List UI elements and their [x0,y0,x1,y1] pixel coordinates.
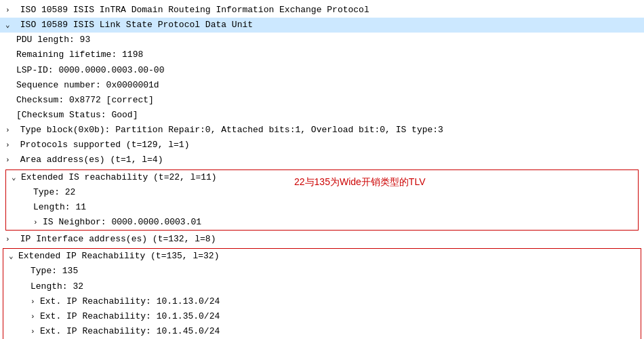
annotation-text: 22与135为Wide开销类型的TLV [294,176,425,188]
remaining-lifetime-text: Remaining lifetime: 1198 [16,49,143,60]
pdu-length-text: PDU length: 93 [16,35,90,45]
checksum-text: Checksum: 0x8772 [correct] [16,95,154,105]
isis-intra-text: ISO 10589 ISIS InTRA Domain Routeing Inf… [15,5,369,15]
ext-ip-reach-3-text: Ext. IP Reachability: 10.1.45.0/24 [40,326,220,336]
expand-icon-link-state[interactable]: ⌄ [5,20,15,31]
extended-is-neighbor: ›IS Neighbor: 0000.0000.0003.01 [6,215,638,230]
extended-ip-length: Length: 32 [3,279,641,294]
expand-icon-extended-is[interactable]: ⌄ [12,172,21,184]
packet-tree: › ISO 10589 ISIS InTRA Domain Routeing I… [0,0,644,339]
tree-item-type-block: › Type block(0x0b): Partition Repair:0, … [0,123,644,138]
tree-item-isis-link-state: ⌄ ISO 10589 ISIS Link State Protocol Dat… [0,18,644,33]
isis-link-state-text: ISO 10589 ISIS Link State Protocol Data … [15,20,253,30]
type-block-text: Type block(0x0b): Partition Repair:0, At… [15,125,443,135]
ext-ip-reach-1-text: Ext. IP Reachability: 10.1.13.0/24 [40,296,220,306]
expand-icon-reach-3[interactable]: › [31,326,40,338]
expand-icon-protocols[interactable]: › [5,140,15,151]
expand-icon-area-address[interactable]: › [5,155,15,166]
lsp-id-text: LSP-ID: 0000.0000.0003.00-00 [16,65,164,75]
expand-icon-type-block[interactable]: › [5,125,15,136]
tree-item-lsp-id: LSP-ID: 0000.0000.0003.00-00 [0,63,644,78]
extended-ip-type-text: Type: 135 [31,266,78,276]
ext-ip-reach-2: ›Ext. IP Reachability: 10.1.35.0/24 [3,309,641,324]
tree-item-checksum-status: [Checksum Status: Good] [0,108,644,123]
tree-item-area-address: › Area address(es) (t=1, l=4) [0,153,644,167]
expand-icon-reach-2[interactable]: › [31,311,40,323]
extended-ip-header-text: Extended IP Reachability (t=135, l=32) [18,251,219,261]
ext-ip-reach-1: ›Ext. IP Reachability: 10.1.13.0/24 [3,294,641,309]
tree-item-ip-interface: › IP Interface address(es) (t=132, l=8) [0,232,644,247]
extended-ip-section: ⌄Extended IP Reachability (t=135, l=32) … [3,248,641,339]
tree-item-protocols: › Protocols supported (t=129, l=1) [0,138,644,153]
ext-ip-reach-3: ›Ext. IP Reachability: 10.1.45.0/24 [3,324,641,339]
protocols-text: Protocols supported (t=129, l=1) [15,140,189,150]
checksum-status-text: [Checksum Status: Good] [16,110,138,120]
expand-icon-intra[interactable]: › [5,5,15,16]
extended-is-type-text: Type: 22 [33,187,75,197]
extended-ip-type: Type: 135 [3,264,641,279]
sequence-number-text: Sequence number: 0x0000001d [16,80,159,90]
expand-icon-ip-interface[interactable]: › [5,234,15,245]
extended-ip-header: ⌄Extended IP Reachability (t=135, l=32) [3,249,641,264]
tree-item-remaining-lifetime: Remaining lifetime: 1198 [0,47,644,62]
tree-item-isis-intra: › ISO 10589 ISIS InTRA Domain Routeing I… [0,3,644,18]
extended-is-length-text: Length: 11 [33,202,86,212]
extended-is-header-text: Extended IS reachability (t=22, l=11) [21,172,217,182]
extended-ip-length-text: Length: 32 [31,281,83,292]
extended-is-length: Length: 11 [6,200,638,215]
expand-icon-reach-1[interactable]: › [31,296,40,308]
tree-item-checksum: Checksum: 0x8772 [correct] [0,93,644,108]
extended-is-neighbor-text: IS Neighbor: 0000.0000.0003.01 [43,217,201,227]
tree-item-sequence-number: Sequence number: 0x0000001d [0,78,644,93]
expand-icon-neighbor[interactable]: › [33,217,43,228]
tree-item-pdu-length: PDU length: 93 [0,33,644,47]
expand-icon-extended-ip[interactable]: ⌄ [9,251,18,262]
ext-ip-reach-2-text: Ext. IP Reachability: 10.1.35.0/24 [40,311,220,321]
ip-interface-text: IP Interface address(es) (t=132, l=8) [15,234,216,244]
area-address-text: Area address(es) (t=1, l=4) [15,155,163,165]
